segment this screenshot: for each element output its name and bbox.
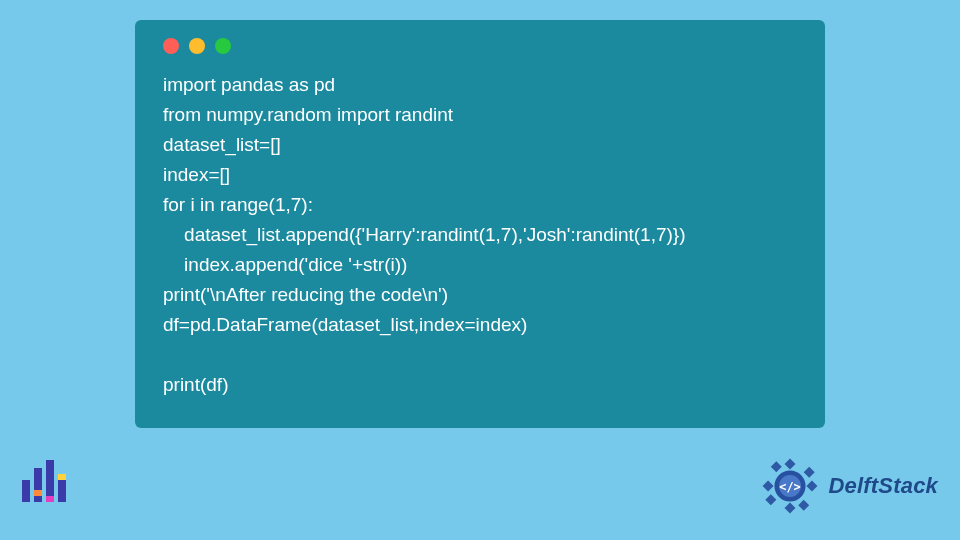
traffic-lights bbox=[155, 34, 805, 54]
svg-text:</>: </> bbox=[780, 480, 801, 494]
code-block: import pandas as pd from numpy.random im… bbox=[155, 70, 805, 400]
code-window: import pandas as pd from numpy.random im… bbox=[135, 20, 825, 428]
maximize-icon bbox=[215, 38, 231, 54]
svg-rect-3 bbox=[46, 460, 54, 502]
svg-rect-0 bbox=[22, 480, 30, 502]
svg-rect-4 bbox=[46, 496, 54, 502]
left-logo-icon bbox=[22, 460, 70, 512]
delftstack-logo: </> DelftStack bbox=[758, 454, 938, 518]
brand-name: DelftStack bbox=[828, 473, 938, 499]
delftstack-badge-icon: </> bbox=[758, 454, 822, 518]
minimize-icon bbox=[189, 38, 205, 54]
svg-rect-6 bbox=[58, 474, 66, 480]
svg-rect-1 bbox=[34, 468, 42, 502]
close-icon bbox=[163, 38, 179, 54]
svg-rect-2 bbox=[34, 490, 42, 496]
